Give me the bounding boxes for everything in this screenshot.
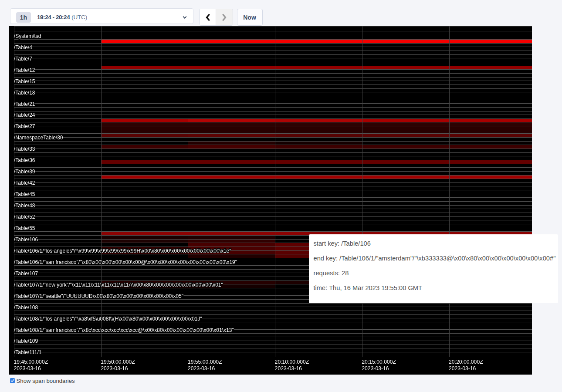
- key-visualizer-canvas[interactable]: [9, 26, 532, 375]
- span-boundary-line: [14, 322, 532, 322]
- span-boundary-line: [14, 171, 532, 172]
- span-boundary-line: [14, 47, 532, 47]
- range-timezone: (UTC): [71, 14, 87, 20]
- time-grid-line: [449, 26, 450, 357]
- span-boundary-line: [14, 115, 532, 115]
- heat-band: [275, 134, 362, 137]
- span-boundary-line: [14, 73, 532, 74]
- span-boundary-line: [14, 100, 532, 100]
- span-boundary-line: [14, 62, 532, 62]
- heat-band: [101, 239, 188, 243]
- span-boundary-line: [14, 228, 532, 228]
- hover-tooltip: start key: /Table/106 end key: /Table/10…: [309, 234, 558, 303]
- span-boundary-line: [14, 27, 532, 27]
- span-boundary-line: [14, 51, 532, 51]
- heat-band: [449, 141, 532, 145]
- heat-band: [275, 141, 362, 145]
- heat-band: [101, 126, 188, 130]
- heat-band: [362, 66, 449, 69]
- tooltip-time: time: Thu, 16 Mar 2023 19:55:00 GMT: [314, 280, 554, 295]
- span-boundary-line: [14, 186, 532, 186]
- heat-band: [188, 122, 275, 126]
- heat-band: [449, 122, 532, 126]
- range-text: 19:24 - 20:24: [37, 14, 70, 20]
- show-span-boundaries-checkbox[interactable]: [10, 378, 15, 383]
- span-boundary-line: [14, 329, 532, 330]
- span-boundary-line: [14, 190, 532, 190]
- chevron-left-icon: [205, 14, 210, 21]
- span-boundary-line: [14, 216, 532, 217]
- heat-band: [362, 160, 449, 164]
- heat-band: [449, 126, 532, 130]
- span-boundary-line: [14, 201, 532, 202]
- span-boundary-line: [14, 167, 532, 168]
- span-boundary-line: [14, 175, 532, 176]
- prev-range-button[interactable]: [200, 9, 216, 25]
- span-boundary-line: [14, 303, 532, 304]
- span-boundary-line: [14, 318, 532, 318]
- heat-band: [362, 126, 449, 130]
- span-boundary-line: [14, 118, 532, 119]
- heat-band: [449, 160, 532, 164]
- heat-band: [362, 145, 449, 149]
- span-boundary-line: [14, 205, 532, 206]
- heat-band: [275, 126, 362, 130]
- span-boundary-line: [14, 31, 532, 31]
- chevron-down-icon: [183, 14, 187, 18]
- heat-band: [188, 243, 275, 247]
- time-grid-line: [188, 26, 188, 357]
- heat-band: [362, 134, 449, 137]
- span-boundary-line: [14, 43, 532, 44]
- time-grid-line: [275, 26, 275, 357]
- heat-band: [188, 236, 275, 239]
- heat-band: [188, 145, 275, 149]
- span-boundary-line: [14, 220, 532, 220]
- next-range-button[interactable]: [216, 9, 233, 25]
- time-grid-line: [362, 26, 362, 357]
- span-boundary-line: [14, 126, 532, 126]
- heat-band: [101, 236, 188, 239]
- span-boundary-line: [14, 152, 532, 153]
- tooltip-end-key: end key: /Table/106/1/"amsterdam"/"\xb33…: [314, 251, 554, 266]
- span-boundary-line: [14, 88, 532, 89]
- span-boundary-line: [14, 96, 532, 96]
- heat-band: [101, 247, 188, 250]
- heat-band: [188, 232, 275, 235]
- heat-band: [188, 175, 275, 179]
- heat-band: [188, 141, 275, 145]
- heat-band: [188, 160, 275, 164]
- heat-band: [275, 40, 362, 43]
- heat-band: [449, 66, 532, 69]
- span-boundary-line: [14, 81, 532, 81]
- heat-band: [362, 175, 449, 179]
- now-button[interactable]: Now: [237, 9, 263, 26]
- span-boundary-line: [14, 156, 532, 156]
- show-span-boundaries-row: Show span boundaries: [10, 378, 75, 384]
- heat-band: [101, 284, 188, 288]
- heat-band: [188, 239, 275, 243]
- heat-band: [101, 160, 188, 164]
- heat-band: [275, 160, 362, 164]
- span-boundary-line: [14, 179, 532, 179]
- span-boundary-line: [14, 107, 532, 108]
- show-span-boundaries-label: Show span boundaries: [17, 378, 75, 384]
- span-boundary-line: [14, 36, 532, 36]
- tooltip-requests: requests: 28: [314, 266, 554, 280]
- time-grid-line: [101, 26, 102, 357]
- time-range-selector[interactable]: 1h 19:24 - 20:24 (UTC): [10, 8, 193, 24]
- span-boundary-line: [14, 357, 532, 357]
- span-boundary-line: [14, 314, 532, 315]
- span-boundary-line: [14, 352, 532, 352]
- span-boundary-line: [14, 84, 532, 85]
- span-boundary-line: [14, 348, 532, 348]
- heat-band: [449, 40, 532, 43]
- heat-band: [188, 284, 275, 288]
- heat-band: [362, 122, 449, 126]
- heat-band: [101, 134, 188, 137]
- span-boundary-line: [14, 149, 532, 149]
- span-boundary-line: [14, 160, 532, 160]
- span-boundary-line: [14, 130, 532, 130]
- heat-band: [188, 247, 275, 250]
- heat-band: [275, 66, 362, 69]
- heat-band: [101, 175, 188, 179]
